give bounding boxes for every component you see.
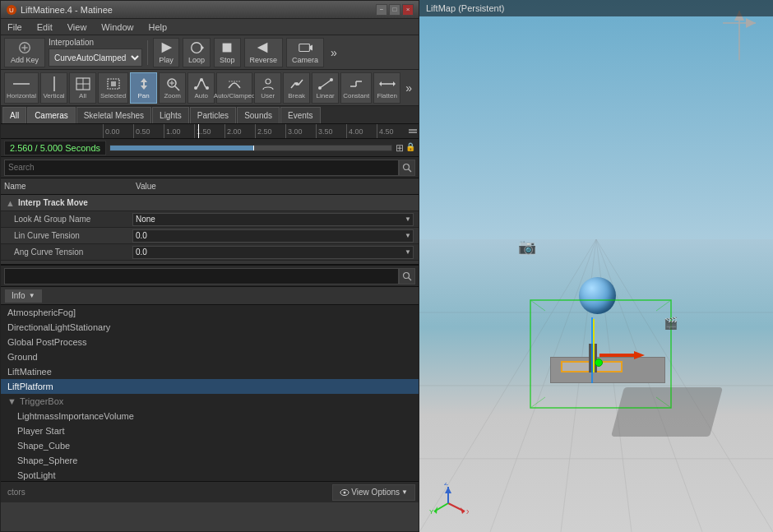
user-button[interactable]: User: [254, 72, 281, 104]
minimize-button[interactable]: −: [376, 4, 387, 16]
timeline-scroll[interactable]: 0.00 0.50 1.00 1.50 2.00 2.50 3.00 3.50 …: [100, 124, 407, 138]
search-input[interactable]: [4, 160, 399, 176]
reverse-button[interactable]: Reverse: [244, 38, 284, 67]
tab-sounds[interactable]: Sounds: [237, 107, 280, 123]
viewport[interactable]: LiftMap (Persistent) ⚙: [419, 0, 773, 532]
svg-line-41: [409, 277, 412, 280]
prop-name-ang: Ang Curve Tension: [6, 247, 132, 257]
constant-button[interactable]: Constant: [340, 72, 372, 104]
break-button[interactable]: Break: [283, 72, 310, 104]
tab-skeletal-meshes[interactable]: Skeletal Meshes: [76, 107, 151, 123]
triggerbox-arrow: ▼: [7, 396, 16, 406]
add-key-button[interactable]: Add Key: [4, 38, 45, 67]
window-title: LiftMatinee.4 - Matinee: [21, 5, 376, 15]
value-column-header: Value: [136, 182, 415, 191]
selected-icon: [105, 76, 122, 91]
close-button[interactable]: ×: [402, 4, 414, 16]
menu-window[interactable]: Window: [98, 22, 137, 32]
selected-button[interactable]: Selected: [98, 72, 128, 104]
linear-button[interactable]: Linear: [312, 72, 339, 104]
scene-sky: [419, 0, 773, 239]
stop-icon: [220, 40, 234, 55]
actor-ground[interactable]: Ground: [1, 349, 419, 364]
camera-button[interactable]: Camera: [286, 38, 324, 67]
vertical-label: Vertical: [43, 92, 64, 99]
more-button[interactable]: »: [327, 46, 340, 59]
viewport-header: LiftMap (Persistent): [419, 0, 773, 16]
menu-view[interactable]: View: [64, 22, 90, 32]
section-header[interactable]: ▲ Interp Track Move: [1, 195, 419, 211]
svg-line-57: [530, 397, 545, 408]
all-button[interactable]: All: [69, 72, 96, 104]
horizontal-button[interactable]: Horizontal: [4, 72, 39, 104]
name-column-header: Name: [4, 182, 136, 191]
tab-lights[interactable]: Lights: [152, 107, 189, 123]
svg-rect-9: [299, 44, 310, 52]
time-display-bar: 2.560 / 5.000 Seconds ⊞ 🔒: [1, 139, 419, 157]
flatten-button[interactable]: Flatten: [373, 72, 400, 104]
play-button[interactable]: Play: [153, 38, 179, 67]
prop-value-lin[interactable]: 0.0 ▼: [132, 229, 414, 243]
actor-atmospheric-fog[interactable]: AtmosphericFog]: [1, 305, 419, 320]
info-dropdown-arrow: ▼: [29, 292, 35, 299]
actor-player-start[interactable]: Player Start: [1, 423, 419, 438]
zoom-button[interactable]: Zoom: [159, 72, 186, 104]
timeline-fill: [110, 146, 253, 150]
actor-global-post[interactable]: Global PostProcess: [1, 335, 419, 349]
actor-lift-matinee[interactable]: LiftMatinee: [1, 364, 419, 379]
search-bar: [1, 157, 419, 178]
menu-edit[interactable]: Edit: [34, 22, 56, 32]
actor-lift-platform[interactable]: LiftPlatform: [1, 379, 419, 394]
flatten-label: Flatten: [377, 92, 396, 99]
vertical-button[interactable]: Vertical: [40, 72, 67, 104]
auto-label: Auto: [194, 92, 207, 99]
menu-file[interactable]: File: [4, 22, 25, 32]
tab-all[interactable]: All: [2, 107, 26, 123]
tab-cameras[interactable]: Cameras: [27, 107, 76, 123]
camera-object-1: 📷: [518, 238, 536, 256]
time-text: 2.560 / 5.000 Seconds: [4, 141, 106, 155]
prop-value-quat[interactable]: [132, 262, 414, 265]
timeline-progress-bar[interactable]: [109, 145, 392, 151]
linear-label: Linear: [317, 92, 335, 99]
timeline-lock-icon[interactable]: 🔒: [405, 142, 415, 154]
view-options-button[interactable]: View Options ▼: [332, 484, 415, 501]
info-button[interactable]: Info ▼: [4, 289, 43, 303]
ruler-7: 3.50: [316, 124, 346, 138]
actors-search-input[interactable]: [4, 268, 399, 285]
break-label: Break: [288, 92, 305, 99]
loop-button[interactable]: Loop: [183, 38, 211, 67]
actor-spotlight[interactable]: SpotLight: [1, 468, 419, 481]
actor-lightmass[interactable]: LightmassImportanceVolume: [1, 409, 419, 423]
actors-search-button[interactable]: [399, 268, 415, 285]
prop-value-look-at[interactable]: None ▼: [132, 213, 414, 226]
svg-marker-37: [393, 81, 396, 86]
actor-shape-cube[interactable]: Shape_Cube: [1, 438, 419, 453]
playhead[interactable]: [198, 124, 199, 138]
stop-button[interactable]: Stop: [214, 38, 241, 67]
playback-toolbar: Add Key Interpolation CurveAutoClamped P…: [1, 35, 419, 70]
auto-button[interactable]: Auto: [187, 72, 215, 104]
timeline-settings-icon[interactable]: ⊞: [396, 142, 404, 154]
search-icon: [402, 163, 412, 173]
bounding-box-svg: [529, 298, 673, 409]
prop-value-ang[interactable]: 0.0 ▼: [132, 246, 414, 259]
actor-directional-light[interactable]: DirectionalLightStationary: [1, 320, 419, 335]
pan-label: Pan: [138, 92, 150, 99]
all-icon: [75, 76, 91, 91]
tab-particles[interactable]: Particles: [190, 107, 236, 123]
maximize-button[interactable]: □: [389, 4, 400, 16]
actor-trigger-box[interactable]: ▼ TriggerBox: [1, 394, 419, 409]
tab-events[interactable]: Events: [280, 107, 321, 123]
pan-button[interactable]: Pan: [130, 72, 157, 104]
actor-shape-sphere[interactable]: Shape_Sphere: [1, 453, 419, 468]
interpolation-select[interactable]: CurveAutoClamped: [49, 49, 142, 67]
menu-help[interactable]: Help: [145, 22, 170, 32]
svg-point-40: [404, 272, 410, 278]
autoclamped-button[interactable]: Auto/Clamped: [216, 72, 252, 104]
curve-more-button[interactable]: »: [402, 81, 415, 95]
quat-checkbox[interactable]: [135, 264, 145, 265]
autoclamped-icon: [226, 76, 243, 91]
search-button[interactable]: [399, 160, 415, 176]
add-key-icon: [17, 40, 32, 55]
